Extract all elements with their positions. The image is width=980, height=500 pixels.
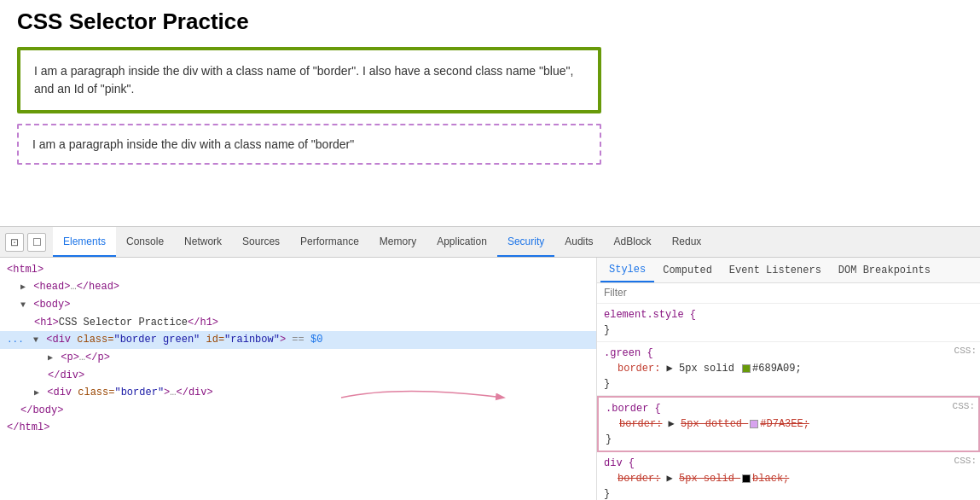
style-selector-div: div { <box>604 457 635 469</box>
tag-head: <head> <box>33 281 70 293</box>
style-block-div: CSS: div { border: ▶ 5px solid black; } <box>597 452 980 500</box>
triangle-body[interactable]: ▼ <box>20 300 26 310</box>
style-block-element: element.style { } <box>597 304 980 342</box>
element-close-html: </html> <box>0 419 596 436</box>
sub-tab-styles[interactable]: Styles <box>600 258 654 282</box>
devtools-icons: ⊡ ☐ <box>5 233 46 252</box>
style-block-green: CSS: .green { border: ▶ 5px solid #689A0… <box>597 342 980 396</box>
filter-input[interactable] <box>604 287 973 299</box>
devtools-tabs-bar: ⊡ ☐ Elements Console Network Sources Per… <box>0 227 980 258</box>
styles-panel: Styles Computed Event Listeners DOM Brea… <box>597 258 980 500</box>
tab-redux[interactable]: Redux <box>662 227 712 257</box>
style-prop-green-border: border: <box>604 363 667 375</box>
tab-application[interactable]: Application <box>426 227 497 257</box>
green-box: I am a paragraph inside the div with a c… <box>17 47 601 113</box>
style-prop-border-border: border: <box>606 418 662 430</box>
tag-body: <body> <box>33 299 70 311</box>
style-block-border: CSS: .border { border: ▶ 5px dotted #D7A… <box>597 396 980 452</box>
css-label-green: CSS: <box>954 346 977 356</box>
filter-bar <box>597 283 980 304</box>
tab-adblock[interactable]: AdBlock <box>604 227 662 257</box>
tab-console[interactable]: Console <box>116 227 174 257</box>
purple-box: I am a paragraph inside the div with a c… <box>17 124 601 165</box>
triangle-head[interactable]: ▶ <box>20 282 26 292</box>
purple-box-text: I am a paragraph inside the div with a c… <box>32 137 586 151</box>
sub-tab-event-listeners[interactable]: Event Listeners <box>721 258 830 282</box>
style-selector-element: element.style { <box>604 309 696 321</box>
element-body: ▼ <body> <box>0 296 596 314</box>
page-area: CSS Selector Practice I am a paragraph i… <box>0 0 980 226</box>
tab-security[interactable]: Security <box>497 227 554 257</box>
page-title: CSS Selector Practice <box>17 9 963 35</box>
tab-performance[interactable]: Performance <box>290 227 369 257</box>
element-head: ▶ <head>…</head> <box>0 278 596 296</box>
tab-sources[interactable]: Sources <box>232 227 290 257</box>
style-prop-div-border: border: <box>604 473 660 485</box>
device-icon[interactable]: ☐ <box>27 233 46 252</box>
style-selector-border: .border { <box>606 403 661 415</box>
css-label-border: CSS: <box>953 401 975 411</box>
element-html: <html> <box>0 261 596 278</box>
triangle-div-border[interactable]: ▶ <box>34 388 39 398</box>
tab-network[interactable]: Network <box>174 227 232 257</box>
element-div-selected[interactable]: ... ▼ <div class="border green" id="rain… <box>0 331 596 349</box>
color-swatch-green[interactable] <box>742 364 751 373</box>
elements-panel: <html> ▶ <head>…</head> ▼ <body> <h1>CSS… <box>0 258 597 500</box>
tab-elements[interactable]: Elements <box>53 227 116 257</box>
element-close-div-1: </div> <box>0 367 596 384</box>
tab-audits[interactable]: Audits <box>554 227 603 257</box>
inspect-icon[interactable]: ⊡ <box>5 233 24 252</box>
tag-html: <html> <box>7 264 43 276</box>
element-close-body: </body> <box>0 402 596 419</box>
devtools-content: <html> ▶ <head>…</head> ▼ <body> <h1>CSS… <box>0 258 980 500</box>
sub-tab-computed[interactable]: Computed <box>654 258 721 282</box>
sub-tab-dom-breakpoints[interactable]: DOM Breakpoints <box>830 258 939 282</box>
element-div-border: ▶ <div class="border">…</div> <box>0 384 596 402</box>
style-selector-green: .green { <box>604 347 653 359</box>
green-box-text: I am a paragraph inside the div with a c… <box>34 62 584 98</box>
tabs-list: Elements Console Network Sources Perform… <box>53 227 711 257</box>
triangle-p[interactable]: ▶ <box>48 353 53 363</box>
color-swatch-div[interactable] <box>742 474 751 483</box>
tab-memory[interactable]: Memory <box>369 227 426 257</box>
element-p: ▶ <p>…</p> <box>0 349 596 367</box>
triangle-div[interactable]: ▼ <box>33 335 38 345</box>
devtools-panel: ⊡ ☐ Elements Console Network Sources Per… <box>0 226 980 500</box>
css-label-div: CSS: <box>954 456 977 466</box>
sub-tabs-bar: Styles Computed Event Listeners DOM Brea… <box>597 258 980 283</box>
element-h1: <h1>CSS Selector Practice</h1> <box>0 314 596 331</box>
color-swatch-border[interactable] <box>750 420 758 428</box>
